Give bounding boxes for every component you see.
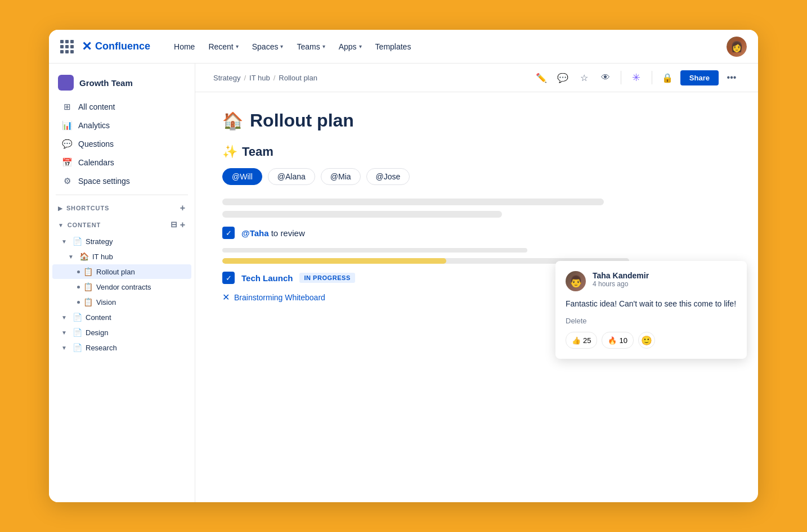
reaction-thumbsup[interactable]: 👍 25 — [566, 332, 597, 349]
comment-avatar: 👨 — [566, 271, 586, 291]
tree-item-vendor-contracts[interactable]: 📋 Vendor contracts — [52, 279, 191, 294]
breadcrumb-sep: / — [274, 74, 276, 82]
nav-teams[interactable]: Teams ▾ — [291, 39, 330, 55]
chevron-down-icon: ▾ — [236, 43, 239, 49]
breadcrumb-it-hub[interactable]: IT hub — [249, 74, 270, 82]
space-name: Growth Team — [79, 78, 133, 88]
comment-header: 👨 Taha Kandemir 4 hours ago — [566, 271, 737, 291]
reaction-fire[interactable]: 🔥 10 — [602, 332, 633, 349]
ai-icon[interactable]: ✳ — [628, 69, 645, 86]
mention-mia[interactable]: @Mia — [321, 168, 361, 185]
edit-icon[interactable]: ✏️ — [533, 69, 550, 86]
analytics-icon: 📊 — [61, 120, 73, 130]
sidebar-item-all-content[interactable]: ⊞ All content — [52, 98, 191, 116]
task-checkbox-1[interactable]: ✓ — [222, 227, 235, 239]
comment-meta: Taha Kandemir 4 hours ago — [593, 271, 737, 288]
task-link-tech-launch[interactable]: Tech Launch — [241, 273, 293, 283]
nav-home[interactable]: Home — [168, 39, 200, 55]
user-avatar[interactable]: 👩 — [727, 37, 747, 57]
page-content: 🏠 Rollout plan ✨ Team @Will @Alana @Mia … — [195, 92, 758, 502]
app-switcher-icon[interactable] — [60, 40, 74, 53]
tree-item-research[interactable]: ▼ 📄 Research — [52, 340, 191, 355]
nav-spaces[interactable]: Spaces ▾ — [246, 39, 289, 55]
add-content-icon[interactable]: + — [180, 220, 186, 230]
dot-icon — [77, 301, 80, 304]
task-row-1: ✓ @Taha to review — [222, 227, 731, 239]
content-line-3 — [222, 248, 527, 253]
chevron-right-icon: ▼ — [61, 314, 69, 321]
calendars-icon: 📅 — [61, 157, 73, 168]
comment-icon[interactable]: 💬 — [554, 69, 571, 86]
tree-item-content[interactable]: ▼ 📄 Content — [52, 310, 191, 324]
top-navigation: ✕ Confluence Home Recent ▾ Spaces ▾ Team… — [49, 30, 758, 64]
tree-item-it-hub[interactable]: ▼ 🏠 IT hub — [52, 249, 191, 264]
page-title: Rollout plan — [250, 110, 354, 131]
share-button[interactable]: Share — [680, 70, 719, 85]
chevron-down-icon: ▼ — [58, 222, 64, 228]
comment-popup: 👨 Taha Kandemir 4 hours ago Fantastic id… — [555, 261, 747, 359]
page-toolbar: Strategy / IT hub / Rollout plan ✏️ 💬 ☆ … — [195, 64, 758, 92]
app-window: ✕ Confluence Home Recent ▾ Spaces ▾ Team… — [49, 30, 758, 502]
sidebar-item-space-settings[interactable]: ⚙ Space settings — [52, 172, 191, 190]
tree-item-design[interactable]: ▼ 📄 Design — [52, 325, 191, 340]
breadcrumb-strategy[interactable]: Strategy — [213, 74, 240, 82]
sidebar-item-calendars[interactable]: 📅 Calendars — [52, 154, 191, 172]
task-checkbox-2[interactable]: ✓ — [222, 272, 235, 284]
toolbar-divider — [621, 71, 621, 84]
toolbar-actions: ✏️ 💬 ☆ 👁 ✳ 🔒 Share ••• — [533, 69, 740, 86]
questions-icon: 💬 — [61, 139, 73, 149]
confluence-logo[interactable]: ✕ Confluence — [82, 39, 150, 54]
mention-will[interactable]: @Will — [222, 168, 262, 185]
page-emoji: 🏠 — [222, 111, 243, 130]
tree-item-vision[interactable]: 📋 Vision — [52, 295, 191, 309]
add-shortcut-icon[interactable]: + — [180, 203, 186, 213]
tree-item-strategy[interactable]: ▼ 📄 Strategy — [52, 234, 191, 249]
shortcuts-section[interactable]: ▶ SHORTCUTS + — [49, 200, 195, 217]
task-mention[interactable]: @Taha — [241, 228, 269, 238]
sidebar: Growth Team ⊞ All content 📊 Analytics 💬 … — [49, 64, 195, 502]
nav-recent[interactable]: Recent ▾ — [203, 39, 244, 55]
dot-icon — [77, 270, 80, 273]
mention-alana[interactable]: @Alana — [268, 168, 315, 185]
sidebar-item-analytics[interactable]: 📊 Analytics — [52, 116, 191, 134]
delete-button[interactable]: Delete — [566, 317, 737, 325]
more-options-icon[interactable]: ••• — [723, 69, 740, 86]
content-line-2 — [222, 211, 502, 218]
comment-time: 4 hours ago — [593, 280, 737, 288]
all-content-icon: ⊞ — [61, 102, 73, 112]
logo-icon: ✕ — [82, 39, 92, 54]
chevron-right-icon: ▶ — [58, 205, 63, 211]
toolbar-divider-2 — [652, 71, 652, 84]
chevron-down-icon: ▾ — [359, 43, 362, 49]
thumbsup-emoji: 👍 — [572, 336, 581, 345]
sidebar-divider — [56, 195, 188, 195]
dot-icon — [77, 286, 80, 288]
mention-jose[interactable]: @Jose — [366, 168, 410, 185]
lock-icon[interactable]: 🔒 — [659, 69, 676, 86]
add-reaction-button[interactable]: 🙂 — [638, 332, 655, 349]
filter-icon[interactable]: ⊟ — [171, 220, 178, 230]
progress-fill — [222, 258, 446, 264]
nav-links: Home Recent ▾ Spaces ▾ Teams ▾ Apps ▾ Te… — [168, 39, 727, 55]
comment-reactions: 👍 25 🔥 10 🙂 — [566, 332, 737, 349]
comment-text: Fantastic idea! Can't wait to see this c… — [566, 298, 737, 310]
breadcrumb-sep: / — [244, 74, 246, 82]
breadcrumb-rollout[interactable]: Rollout plan — [279, 74, 317, 82]
star-icon[interactable]: ☆ — [576, 69, 593, 86]
chevron-down-icon: ▾ — [322, 43, 325, 49]
in-progress-badge: IN PROGRESS — [299, 273, 355, 283]
task-text-1: @Taha to review — [241, 228, 305, 238]
fire-emoji: 🔥 — [608, 336, 617, 345]
comment-author: Taha Kandemir — [593, 271, 737, 280]
chevron-down-icon: ▾ — [280, 43, 283, 49]
content-section[interactable]: ▼ CONTENT ⊟ + — [49, 217, 195, 233]
page-title-row: 🏠 Rollout plan — [222, 110, 731, 131]
sidebar-item-questions[interactable]: 💬 Questions — [52, 135, 191, 153]
team-label: Team — [242, 145, 274, 159]
team-heading: ✨ Team — [222, 145, 731, 159]
space-header[interactable]: Growth Team — [49, 70, 195, 97]
nav-apps[interactable]: Apps ▾ — [333, 39, 367, 55]
tree-item-rollout-plan[interactable]: 📋 Rollout plan — [52, 264, 191, 279]
nav-templates[interactable]: Templates — [370, 39, 417, 55]
view-icon[interactable]: 👁 — [597, 69, 614, 86]
